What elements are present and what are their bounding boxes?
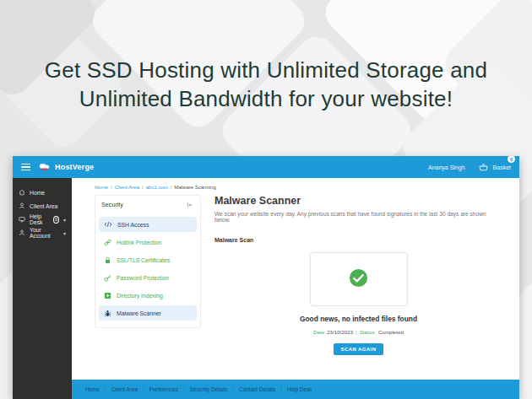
footer-link-client-area[interactable]: Client Area	[111, 386, 138, 392]
security-item-label: Directory Indexing	[117, 293, 163, 299]
basket-button[interactable]: 0 Basket	[479, 159, 511, 175]
scan-meta: Date 23/10/2023 | Status: Completed	[214, 329, 502, 335]
scan-result-message: Good news, no infected files found	[214, 315, 502, 323]
help-desk-count-badge: 0	[53, 216, 59, 224]
bug-icon	[104, 310, 111, 317]
user-icon	[19, 202, 25, 209]
footer-separator: |	[143, 386, 144, 392]
footer-link-security-details[interactable]: Security Details	[190, 386, 227, 392]
security-item-label: Password Protection	[117, 275, 169, 281]
marketing-banner: Get SSD Hosting with Unlimited Storage a…	[0, 0, 532, 399]
hero-headline-line2: Unlimited Bandwidth for your website!	[0, 84, 532, 113]
sidebar-item-help-desk[interactable]: Help Desk 0 ▾	[13, 213, 72, 226]
plus-square-icon	[104, 292, 111, 299]
hamburger-menu-icon[interactable]	[21, 164, 30, 171]
basket-icon	[479, 159, 488, 175]
content-area: Home / Client Area / abc1.com / Malware …	[72, 178, 519, 399]
date-value: 23/10/2023	[327, 329, 353, 335]
sidebar-item-your-account[interactable]: Your Account ▾	[13, 226, 72, 240]
date-label: Date	[313, 329, 324, 335]
hero-headline: Get SSD Hosting with Unlimited Storage a…	[0, 56, 532, 113]
brand-name: HostVerge	[55, 163, 94, 171]
cloud-logo-icon	[38, 159, 51, 175]
malware-scan-label: Malware Scan	[214, 237, 502, 243]
sidebar: Home Client Area Help Desk 0 ▾	[13, 178, 72, 399]
sidebar-item-label: Help Desk	[30, 213, 46, 225]
key-icon	[104, 274, 111, 282]
security-item-label: Hotlink Protection	[117, 240, 161, 245]
page-description: We scan your website every day. Any prev…	[214, 211, 502, 223]
sidebar-item-label: Your Account	[30, 227, 59, 239]
hero-headline-line1: Get SSD Hosting with Unlimited Storage a…	[0, 56, 532, 84]
link-icon	[104, 239, 111, 246]
footer-link-contact-details[interactable]: Contact Details	[239, 386, 275, 392]
security-item-label: SSL/TLS Certificates	[117, 257, 170, 263]
security-item-password-protection[interactable]: Password Protection	[99, 270, 197, 285]
security-panel-title: Security	[101, 201, 123, 208]
help-desk-icon	[19, 216, 25, 223]
account-icon	[19, 229, 25, 236]
status-label: Status:	[360, 329, 376, 335]
chevron-down-icon: ▾	[63, 217, 66, 223]
security-item-label: SSH Access	[117, 222, 149, 228]
footer-separator: |	[280, 386, 282, 392]
scan-result-card	[310, 252, 408, 306]
basket-count-badge: 0	[508, 156, 515, 163]
sidebar-item-label: Home	[30, 190, 45, 196]
status-value: Completed	[378, 329, 404, 335]
brand-logo[interactable]: HostVerge	[38, 159, 94, 175]
app-window: HostVerge Ananya Singh 0 Basket	[13, 156, 519, 399]
scan-again-button[interactable]: SCAN AGAIN	[334, 343, 384, 355]
security-item-hotlink-protection[interactable]: Hotlink Protection	[99, 235, 197, 250]
malware-scanner-main: Malware Scanner We scan your website eve…	[201, 195, 502, 380]
security-item-ssh-access[interactable]: SSH Access	[99, 217, 197, 232]
breadcrumb: Home / Client Area / abc1.com / Malware …	[72, 178, 519, 190]
chevron-down-icon: ▾	[63, 230, 66, 236]
security-menu-panel: Security SSH Access	[95, 195, 201, 328]
security-item-directory-indexing[interactable]: Directory Indexing	[99, 288, 197, 303]
security-item-ssl-tls-certificates[interactable]: SSL/TLS Certificates	[99, 252, 197, 267]
home-icon	[19, 189, 25, 196]
footer-link-home[interactable]: Home	[85, 386, 100, 392]
footer-separator: |	[232, 386, 234, 392]
page-title: Malware Scanner	[214, 195, 502, 207]
lock-icon	[104, 256, 111, 264]
footer-nav: Home | Client Area | Preferences | Secur…	[72, 380, 519, 399]
sidebar-item-home[interactable]: Home	[13, 186, 72, 199]
code-icon	[104, 221, 112, 228]
top-navbar: HostVerge Ananya Singh 0 Basket	[13, 156, 519, 178]
collapse-panel-icon[interactable]	[187, 202, 193, 208]
security-item-label: Malware Scanner	[117, 310, 161, 316]
footer-separator: |	[105, 386, 106, 392]
footer-link-help-desk[interactable]: Help Desk	[287, 386, 312, 392]
security-item-malware-scanner[interactable]: Malware Scanner	[99, 305, 197, 321]
sidebar-item-label: Client Area	[30, 203, 57, 209]
user-name[interactable]: Ananya Singh	[428, 164, 465, 170]
basket-label: Basket	[493, 164, 511, 170]
check-circle-icon	[349, 268, 368, 291]
meta-separator: |	[356, 329, 357, 335]
sidebar-item-client-area[interactable]: Client Area	[13, 199, 72, 213]
footer-link-preferences[interactable]: Preferences	[149, 386, 178, 392]
footer-separator: |	[183, 386, 185, 392]
